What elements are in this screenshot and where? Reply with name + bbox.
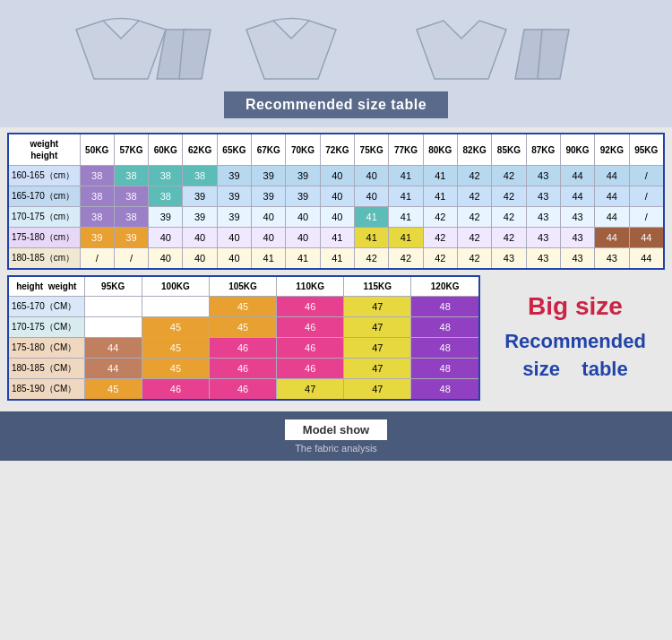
table-cell: 40 (183, 248, 217, 270)
big-table-cell: 45 (209, 317, 276, 338)
table-cell: 39 (114, 228, 148, 248)
table-cell: 42 (457, 228, 491, 248)
table-row: 175-180（cm） 39 39 40 40 40 40 40 41 41 4… (8, 228, 664, 248)
table-cell: 42 (423, 207, 457, 228)
big-table-cell (84, 317, 142, 338)
table-cell: 38 (80, 186, 114, 207)
col-header-1: 57KG (114, 134, 148, 166)
table-cell: 42 (492, 166, 526, 186)
col-header-2: 60KG (149, 134, 183, 166)
footer-section: Model show The fabric analysis (0, 411, 672, 461)
footer-subtitle: The fabric analysis (295, 443, 377, 454)
table-cell: 44 (595, 186, 629, 207)
big-table-cell: 47 (344, 297, 411, 317)
table-cell: 38 (80, 166, 114, 186)
table-cell: 40 (320, 186, 354, 207)
table-cell: 41 (389, 228, 423, 248)
table-cell: 42 (492, 228, 526, 248)
table-cell: 42 (423, 228, 457, 248)
table-cell: 40 (217, 228, 251, 248)
table-cell: 41 (320, 248, 354, 270)
table-cell: 41 (423, 166, 457, 186)
table-cell: 43 (526, 186, 560, 207)
table-cell: 41 (355, 228, 389, 248)
table-cell: 42 (457, 166, 491, 186)
table-cell: 42 (355, 248, 389, 270)
col-header-11: 82KG (457, 134, 491, 166)
table-row: 160-165（cm） 38 38 38 38 39 39 39 40 40 4… (8, 166, 664, 186)
table-cell: 42 (423, 248, 457, 270)
big-col-header-2: 105KG (209, 276, 276, 297)
table-cell: 38 (80, 207, 114, 228)
big-table-cell: 46 (209, 379, 276, 401)
table-cell: / (629, 207, 664, 228)
table-cell: 43 (526, 228, 560, 248)
table-cell: 42 (457, 248, 491, 270)
big-table-cell: 44 (84, 338, 142, 359)
col-header-16: 95KG (629, 134, 664, 166)
col-header-4: 65KG (217, 134, 251, 166)
big-table-cell: 48 (411, 338, 479, 359)
table-cell: 38 (149, 166, 183, 186)
table-cell: 39 (217, 207, 251, 228)
big-table-cell: 44 (84, 359, 142, 379)
big-table-cell: 48 (411, 359, 479, 379)
big-col-header-1: 100KG (142, 276, 209, 297)
big-size-heading: Big size (528, 292, 623, 321)
table-cell: 39 (183, 207, 217, 228)
table-cell: 42 (389, 248, 423, 270)
col-header-14: 90KG (560, 134, 594, 166)
row-label: 165-170（cm） (8, 186, 80, 207)
big-table-row: 165-170（CM） 45 46 47 48 (8, 297, 479, 317)
big-table-row: 180-185（CM） 44 45 46 46 47 48 (8, 359, 479, 379)
big-col-header-5: 120KG (411, 276, 479, 297)
col-header-8: 75KG (355, 134, 389, 166)
table-cell: 40 (355, 186, 389, 207)
table-cell: 40 (252, 207, 286, 228)
table-cell: / (80, 248, 114, 270)
table-cell: 38 (183, 166, 217, 186)
table-cell: 40 (217, 248, 251, 270)
main-size-table: weight height 50KG 57KG 60KG 62KG 65KG 6… (7, 133, 665, 270)
big-col-header-0: 95KG (84, 276, 142, 297)
table-cell: / (629, 186, 664, 207)
big-table-cell: 46 (277, 317, 344, 338)
big-table-cell: 45 (84, 379, 142, 401)
table-cell: 43 (526, 166, 560, 186)
col-header-6: 70KG (286, 134, 320, 166)
big-corner-header: height weight (8, 276, 84, 297)
big-row-label: 185-190（CM） (8, 379, 84, 401)
big-table-cell: 47 (344, 338, 411, 359)
big-table-cell: 47 (277, 379, 344, 401)
table-cell: 41 (423, 186, 457, 207)
big-size-table: height weight 95KG 100KG 105KG 110KG 115… (7, 275, 480, 401)
main-title: Recommended size table (224, 91, 448, 118)
big-table-cell (142, 297, 209, 317)
col-header-15: 92KG (595, 134, 629, 166)
row-label: 175-180（cm） (8, 228, 80, 248)
table-cell: 43 (492, 248, 526, 270)
table-cell: 38 (114, 207, 148, 228)
big-row-label: 165-170（CM） (8, 297, 84, 317)
row-label: 180-185（cm） (8, 248, 80, 270)
corner-header: weight height (8, 134, 80, 166)
big-table-cell: 45 (142, 317, 209, 338)
table-cell: 39 (149, 207, 183, 228)
table-cell: 42 (457, 207, 491, 228)
table-cell: 38 (149, 186, 183, 207)
table-cell: 39 (286, 166, 320, 186)
big-table-row: 170-175（CM） 45 45 46 47 48 (8, 317, 479, 338)
big-size-label-area: Big size Recommendedsize table (486, 275, 665, 401)
table-row: 170-175（cm） 38 38 39 39 39 40 40 40 41 4… (8, 207, 664, 228)
col-header-10: 80KG (423, 134, 457, 166)
table-cell: / (114, 248, 148, 270)
big-table-row: 175-180（CM） 44 45 46 46 47 48 (8, 338, 479, 359)
table-cell: 40 (286, 207, 320, 228)
table-cell: 43 (560, 228, 594, 248)
big-table-cell: 46 (277, 359, 344, 379)
table-cell: / (629, 166, 664, 186)
table-cell: 41 (286, 248, 320, 270)
table-cell: 44 (560, 186, 594, 207)
table-cell: 39 (286, 186, 320, 207)
table-cell: 40 (252, 228, 286, 248)
